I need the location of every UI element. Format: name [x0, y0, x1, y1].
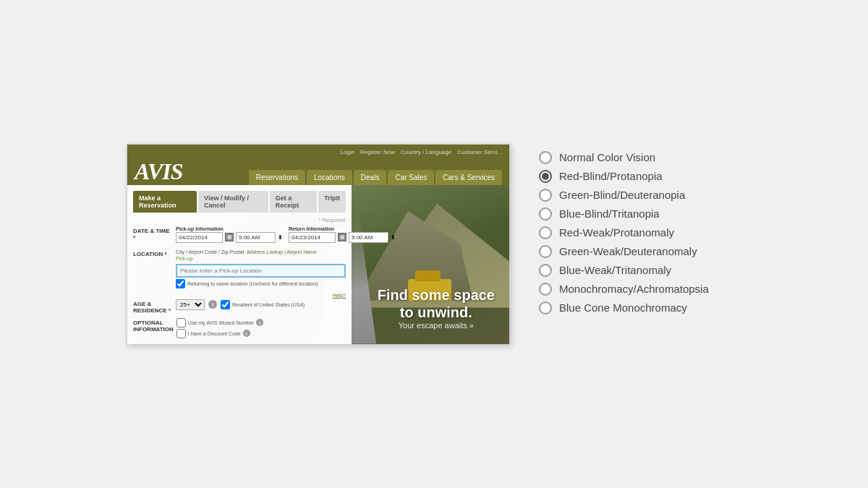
- resident-checkbox[interactable]: [221, 300, 230, 309]
- register-link[interactable]: Register Now: [360, 149, 395, 155]
- tab-view-modify[interactable]: View / Modify / Cancel: [198, 191, 268, 213]
- resident-label: Resident of United States (USA): [232, 302, 305, 307]
- tab-get-receipt[interactable]: Get a Receipt: [270, 191, 317, 213]
- return-calendar-icon[interactable]: ▦: [338, 233, 346, 241]
- nav-locations[interactable]: Locations: [307, 170, 352, 185]
- age-label: AGE & RESIDENCE *: [133, 299, 173, 314]
- tab-make-reservation[interactable]: Make a Reservation: [133, 191, 197, 213]
- required-note: * Required: [133, 217, 346, 223]
- optional-section: OPTIONAL INFORMATION Use my AVIS Wizard …: [133, 318, 346, 340]
- returning-label: Returning to same location (Uncheck for …: [187, 281, 318, 286]
- pickup-location-input[interactable]: [176, 264, 346, 278]
- date-time-fields: Pick-up Information ▦ ⬍ Return Informati…: [176, 226, 396, 245]
- cv-radio-0[interactable]: [539, 151, 552, 164]
- cv-label-2: Green-Blind/Deuteranopia: [559, 189, 685, 201]
- cv-radio-1[interactable]: [539, 170, 552, 183]
- cv-option-8[interactable]: Blue Cone Monochromacy: [539, 301, 741, 314]
- pickup-time-arrows: ⬍: [278, 234, 283, 241]
- cv-label-0: Normal Color Vision: [559, 151, 655, 163]
- discount-info-icon[interactable]: i: [243, 330, 250, 337]
- avis-screenshot: Login Register Now Country / Language Cu…: [127, 144, 510, 345]
- optional-fields: Use my AVIS Wizard Number i I have a Dis…: [176, 318, 346, 340]
- login-link[interactable]: Login: [340, 149, 354, 155]
- date-time-section: DATE & TIME * Pick-up Information ▦ ⬍: [133, 226, 346, 245]
- discount-checkbox[interactable]: [176, 329, 186, 338]
- pickup-info-label: Pick-up Information: [176, 226, 283, 231]
- nav-reservations[interactable]: Reservations: [249, 170, 305, 185]
- pickup-time-input[interactable]: [236, 232, 276, 243]
- age-select[interactable]: 25+: [176, 299, 205, 310]
- cv-option-3[interactable]: Blue-Blind/Tritanopia: [539, 207, 741, 221]
- pickup-calendar-icon[interactable]: ▦: [225, 233, 234, 241]
- age-row: 25+ i Resident of United States (USA): [176, 299, 346, 310]
- cv-label-5: Green-Weak/Deuteranomaly: [559, 245, 697, 257]
- return-date-input[interactable]: [289, 232, 336, 243]
- cv-option-4[interactable]: Red-Weak/Protanomaly: [539, 226, 741, 239]
- nav-deals[interactable]: Deals: [354, 170, 387, 185]
- reservation-form: Make a Reservation View / Modify / Cance…: [127, 185, 352, 344]
- return-time-input[interactable]: [349, 232, 388, 243]
- wizard-info-icon[interactable]: i: [256, 319, 263, 326]
- avis-header: Login Register Now Country / Language Cu…: [127, 145, 509, 185]
- country-link[interactable]: Country / Language: [401, 149, 451, 155]
- cv-option-6[interactable]: Blue-Weak/Tritanomaly: [539, 264, 741, 277]
- optional-label: OPTIONAL INFORMATION: [133, 318, 174, 340]
- hero-headline: Find some space to unwind.: [378, 286, 495, 321]
- returning-check-row: Returning to same location (Uncheck for …: [176, 279, 346, 288]
- color-vision-panel: Normal Color Vision Red-Blind/Protanopia…: [539, 144, 741, 322]
- cv-radio-6[interactable]: [539, 264, 552, 277]
- age-info-icon[interactable]: i: [208, 300, 217, 309]
- avis-nav: Reservations Locations Deals Car Sales C…: [249, 170, 502, 185]
- nav-car-sales[interactable]: Car Sales: [388, 170, 434, 185]
- pickup-date-input[interactable]: [176, 232, 223, 243]
- cv-label-8: Blue Cone Monochromacy: [559, 301, 687, 314]
- cv-option-7[interactable]: Monochromacy/Achromatopsia: [539, 283, 741, 296]
- pickup-sub: City / Airport Code / Zip-Postal Address…: [176, 249, 346, 254]
- cv-option-5[interactable]: Green-Weak/Deuteranomaly: [539, 245, 741, 258]
- top-bar: Login Register Now Country / Language Cu…: [135, 149, 502, 155]
- cv-option-1[interactable]: Red-Blind/Protanopia: [539, 170, 741, 183]
- location-section: LOCATION * City / Airport Code / Zip-Pos…: [133, 249, 346, 288]
- cv-radio-5[interactable]: [539, 245, 552, 258]
- cv-radio-4[interactable]: [539, 226, 552, 239]
- wizard-checkbox[interactable]: [176, 318, 186, 328]
- cv-radio-2[interactable]: [539, 189, 552, 202]
- cv-label-6: Blue-Weak/Tritanomaly: [559, 264, 671, 276]
- return-datetime-row: ▦ ⬍: [289, 232, 396, 243]
- avis-logo: AVIS: [135, 158, 183, 185]
- return-date-group: Return Information ▦ ⬍: [289, 226, 396, 243]
- nav-cars-services[interactable]: Cars & Services: [435, 170, 502, 185]
- help-link[interactable]: Help?: [133, 293, 346, 298]
- date-time-label: DATE & TIME *: [133, 226, 173, 245]
- main-container: Login Register Now Country / Language Cu…: [112, 129, 756, 359]
- discount-check-row: I have a Discount Code i: [176, 329, 346, 338]
- cv-label-4: Red-Weak/Protanomaly: [559, 226, 674, 239]
- cv-radio-8[interactable]: [539, 301, 552, 314]
- cv-option-0[interactable]: Normal Color Vision: [539, 151, 741, 164]
- hero-subtext: Your escape awaits »: [378, 321, 495, 330]
- cv-option-2[interactable]: Green-Blind/Deuteranopia: [539, 189, 741, 202]
- avis-hero: Find some space to unwind. Your escape a…: [127, 185, 509, 344]
- hero-text: Find some space to unwind. Your escape a…: [378, 286, 495, 330]
- pickup-datetime-row: ▦ ⬍: [176, 232, 283, 243]
- location-fields: City / Airport Code / Zip-Postal Address…: [176, 249, 346, 288]
- tab-tripit[interactable]: TripIt: [318, 191, 346, 213]
- cv-label-3: Blue-Blind/Tritanopia: [559, 207, 660, 220]
- location-label: LOCATION *: [133, 249, 173, 288]
- customer-service-link[interactable]: Customer Servi...: [457, 149, 502, 155]
- pickup-date-group: Pick-up Information ▦ ⬍: [176, 226, 283, 243]
- wizard-check-row: Use my AVIS Wizard Number i: [176, 318, 346, 328]
- return-info-label: Return Information: [289, 226, 396, 231]
- pickup-sub-label: Pick-up: [176, 256, 346, 261]
- pickup-links: Address Lookup | Airport Name: [247, 249, 317, 254]
- discount-label: I have a Discount Code: [188, 331, 241, 336]
- cv-radio-3[interactable]: [539, 207, 552, 221]
- resident-check-row: Resident of United States (USA): [221, 300, 305, 309]
- returning-checkbox[interactable]: [176, 279, 185, 288]
- logo-nav: AVIS Reservations Locations Deals Car Sa…: [135, 158, 502, 185]
- cv-label-1: Red-Blind/Protanopia: [559, 170, 663, 182]
- cv-radio-7[interactable]: [539, 283, 552, 296]
- cv-label-7: Monochromacy/Achromatopsia: [559, 283, 709, 296]
- wizard-label: Use my AVIS Wizard Number: [188, 320, 254, 325]
- age-section: AGE & RESIDENCE * 25+ i Resident of Unit…: [133, 299, 346, 314]
